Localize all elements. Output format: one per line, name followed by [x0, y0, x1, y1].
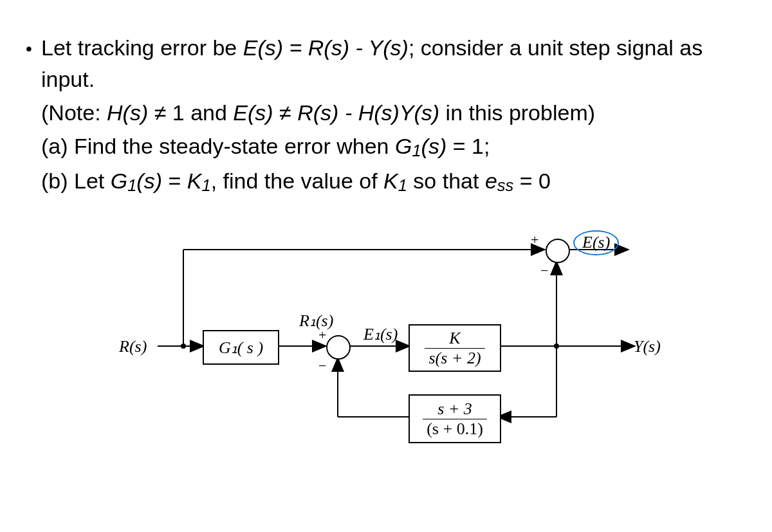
note-line: (Note: H(s) ≠ 1 and E(s) ≠ R(s) - H(s)Y(…	[41, 96, 759, 130]
r1-label: R₁(s)	[299, 311, 333, 331]
pb-ess: e	[485, 169, 497, 193]
note-neq2: ≠	[273, 100, 298, 125]
note-suffix: in this problem)	[439, 100, 595, 125]
part-a-line: (a) Find the steady-state error when G1(…	[41, 129, 759, 164]
e-out-label: E(s)	[573, 233, 619, 252]
pb-k2: K	[383, 169, 398, 193]
pb-sub3: 1	[398, 176, 407, 194]
note-hs: H(s)	[107, 100, 148, 125]
r-in-label: R(s)	[119, 337, 147, 356]
y-out-label: Y(s)	[634, 337, 661, 356]
pa-prefix: (a) Find the steady-state error when	[41, 134, 395, 158]
pb-sub1: 1	[127, 176, 136, 194]
sum1-minus: −	[318, 358, 326, 374]
e1-label: E₁(s)	[363, 324, 398, 344]
pb-k: K	[187, 169, 202, 193]
sum2-plus: +	[531, 232, 538, 248]
sum1-plus: +	[318, 327, 326, 344]
note-prefix: (Note:	[41, 100, 107, 125]
plant-den: s(s + 2)	[425, 348, 484, 368]
pb-paren: (s)	[136, 169, 162, 193]
plant-block: K s(s + 2)	[409, 324, 501, 372]
pb-g: G	[111, 169, 127, 193]
pb-mid3: so that	[407, 169, 485, 193]
pb-prefix: (b) Let	[41, 169, 111, 193]
fb-den: (s + 0.1)	[423, 419, 487, 439]
plant-fraction: K s(s + 2)	[425, 329, 484, 368]
plant-num: K	[425, 329, 484, 348]
note-es: E(s)	[233, 100, 273, 125]
feedback-fraction: s + 3 (s + 0.1)	[423, 399, 487, 439]
g1-block: G₁( s )	[203, 330, 279, 365]
bullet-item: • Let tracking error be E(s) = R(s) - Y(…	[26, 32, 759, 96]
feedback-block: s + 3 (s + 0.1)	[409, 394, 501, 443]
e-out-oval: E(s)	[573, 230, 619, 255]
block-diagram: R(s) R₁(s) E₁(s) Y(s) E(s) G₁( s ) K s(s…	[119, 217, 666, 462]
part-b-line: (b) Let G1(s) = K1, find the value of K1…	[41, 164, 759, 199]
note-neq1: ≠ 1 and	[148, 100, 233, 125]
note-rhs: R(s) - H(s)Y(s)	[297, 100, 439, 125]
fb-num: s + 3	[423, 399, 487, 419]
pb-sub2: 1	[201, 176, 210, 194]
equation-error: E(s) = R(s) - Y(s)	[243, 35, 409, 60]
pa-g: G	[395, 134, 412, 158]
pb-ess-sub: ss	[497, 176, 514, 194]
sum2-minus: −	[540, 262, 548, 279]
pb-mid2: , find the value of	[211, 169, 383, 193]
slide-content: • Let tracking error be E(s) = R(s) - Y(…	[0, 0, 772, 475]
bullet-text: Let tracking error be E(s) = R(s) - Y(s)…	[41, 32, 759, 96]
text-let: Let tracking error be	[41, 35, 243, 60]
pb-mid: =	[162, 169, 187, 193]
pa-eq: = 1;	[446, 134, 490, 158]
pa-paren: (s)	[421, 134, 447, 158]
pa-sub: 1	[412, 142, 421, 160]
bullet-dot: •	[26, 32, 41, 96]
pb-end: = 0	[513, 169, 551, 193]
